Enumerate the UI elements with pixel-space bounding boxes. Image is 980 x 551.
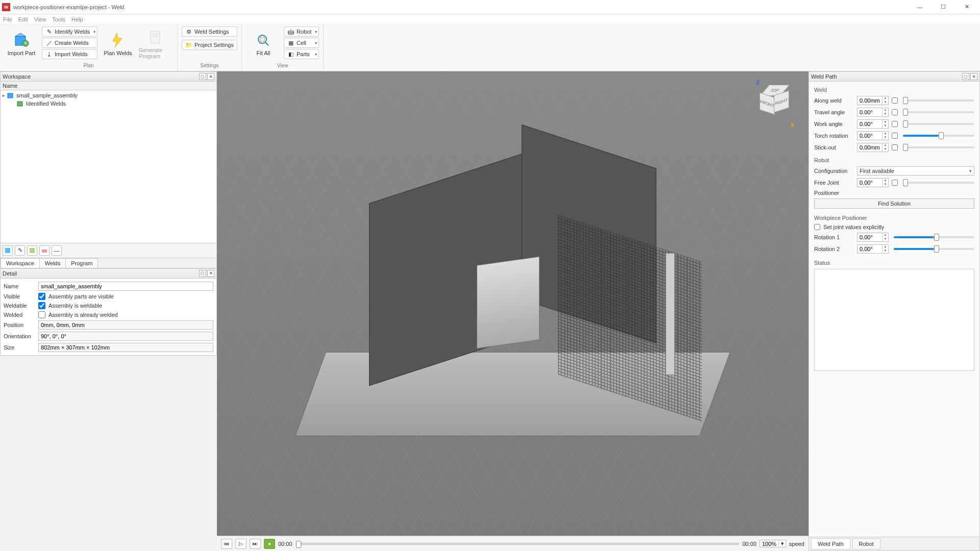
welded-checkbox[interactable] bbox=[38, 311, 45, 318]
panel-dock-button[interactable]: ▢ bbox=[199, 73, 206, 80]
rotation-1-label: Rotation 1 bbox=[814, 234, 854, 240]
skip-end-button[interactable]: ⏭ bbox=[250, 539, 261, 549]
viewport-3d[interactable]: z x TOP FRONT RIGHT bbox=[217, 71, 808, 536]
torch-rotation-input[interactable]: ▲▼ bbox=[857, 131, 889, 140]
work-angle-slider[interactable] bbox=[903, 123, 974, 125]
generate-program-button[interactable]: Generate Program bbox=[138, 27, 173, 61]
panel-close-button[interactable]: ✕ bbox=[207, 73, 214, 80]
stick-out-input[interactable]: ▲▼ bbox=[857, 143, 889, 152]
view-parts-button[interactable]: ◧ Parts bbox=[284, 49, 319, 59]
welded-text: Assembly is already welded bbox=[48, 312, 118, 318]
plan-group-label: Plan bbox=[4, 63, 173, 70]
plan-welds-button[interactable]: Plan Welds bbox=[101, 27, 135, 61]
tab-workspace[interactable]: Workspace bbox=[1, 258, 40, 268]
tool-button-3[interactable] bbox=[27, 245, 37, 256]
weldable-checkbox[interactable] bbox=[38, 302, 45, 309]
workspace-column-name[interactable]: Name bbox=[1, 82, 216, 90]
detail-close-button[interactable]: ✕ bbox=[207, 270, 214, 277]
menu-edit[interactable]: Edit bbox=[18, 16, 28, 22]
travel-angle-slider[interactable] bbox=[903, 111, 974, 113]
menu-help[interactable]: Help bbox=[71, 16, 83, 22]
view-robot-button[interactable]: 🤖 Robot bbox=[284, 27, 319, 37]
travel-angle-check[interactable] bbox=[892, 109, 898, 115]
import-part-button[interactable]: + Import Part bbox=[4, 27, 39, 61]
orientation-input[interactable] bbox=[38, 332, 213, 341]
set-explicit-check[interactable] bbox=[814, 224, 820, 230]
tool-button-1[interactable] bbox=[3, 245, 13, 256]
set-explicit-label: Set joint values explicitly bbox=[823, 224, 884, 230]
rotation-2-input[interactable]: ▲▼ bbox=[857, 244, 889, 254]
close-button[interactable]: ✕ bbox=[955, 1, 978, 13]
position-label: Position bbox=[4, 322, 35, 328]
tool-button-4[interactable] bbox=[39, 245, 50, 256]
rotation-1-input[interactable]: ▲▼ bbox=[857, 233, 889, 242]
workspace-tree[interactable]: ▸ small_sample_assembly Identified Welds bbox=[1, 90, 216, 109]
svg-line-9 bbox=[265, 42, 268, 45]
tree-item-identified-welds[interactable]: Identified Welds bbox=[3, 99, 214, 108]
zoom-select[interactable]: ▾ bbox=[760, 540, 786, 547]
detail-dock-button[interactable]: ▢ bbox=[199, 270, 206, 277]
folder-gear-icon: 📁 bbox=[185, 41, 192, 48]
visible-label: Visible bbox=[4, 293, 35, 299]
work-angle-label: Work angle bbox=[814, 121, 854, 127]
weldpath-close-button[interactable]: ✕ bbox=[970, 73, 977, 80]
stick-out-slider[interactable] bbox=[903, 146, 974, 148]
identify-welds-button[interactable]: ✎ Identify Welds bbox=[42, 27, 97, 37]
rotation-1-slider[interactable] bbox=[894, 236, 974, 238]
view-cube[interactable]: z x TOP FRONT RIGHT bbox=[752, 81, 793, 127]
tab-weld-path[interactable]: Weld Path bbox=[811, 538, 850, 549]
travel-angle-input[interactable]: ▲▼ bbox=[857, 108, 889, 117]
maximize-button[interactable]: ☐ bbox=[932, 1, 954, 13]
tree-item-assembly[interactable]: ▸ small_sample_assembly bbox=[3, 91, 214, 99]
torch-rotation-check[interactable] bbox=[892, 133, 898, 139]
configuration-dropdown[interactable]: First available bbox=[857, 166, 974, 176]
minimize-button[interactable]: — bbox=[909, 1, 931, 13]
menu-tools[interactable]: Tools bbox=[52, 16, 65, 22]
tool-button-2[interactable]: ✎ bbox=[15, 245, 25, 256]
menu-file[interactable]: File bbox=[3, 16, 12, 22]
tool-button-5[interactable]: — bbox=[52, 245, 62, 256]
fit-all-button[interactable]: Fit All bbox=[246, 27, 281, 61]
menu-view[interactable]: View bbox=[34, 16, 46, 22]
tab-welds[interactable]: Welds bbox=[39, 258, 66, 268]
zoom-dropdown-icon[interactable]: ▾ bbox=[778, 540, 786, 547]
view-cell-button[interactable]: ▦ Cell bbox=[284, 38, 319, 48]
import-welds-button[interactable]: ⭳ Import Welds bbox=[42, 49, 97, 59]
timeline-slider[interactable] bbox=[296, 543, 740, 545]
skip-start-button[interactable]: ⏮ bbox=[221, 539, 232, 549]
work-angle-check[interactable] bbox=[892, 121, 898, 127]
expand-icon[interactable]: ▸ bbox=[3, 93, 5, 98]
tab-robot[interactable]: Robot bbox=[852, 538, 880, 549]
document-icon bbox=[148, 29, 164, 45]
along-weld-input[interactable]: ▲▼ bbox=[857, 96, 889, 105]
torch-rotation-slider[interactable] bbox=[903, 135, 974, 137]
weld-settings-button[interactable]: ⚙ Weld Settings bbox=[182, 27, 237, 37]
name-input[interactable] bbox=[38, 282, 213, 291]
wand-icon: ✎ bbox=[45, 28, 53, 35]
free-joint-check[interactable] bbox=[892, 180, 898, 186]
svg-rect-13 bbox=[5, 248, 10, 253]
free-joint-slider[interactable] bbox=[903, 182, 974, 184]
along-weld-slider[interactable] bbox=[903, 99, 974, 102]
stick-out-check[interactable] bbox=[892, 144, 898, 151]
free-joint-input[interactable]: ▲▼ bbox=[857, 178, 889, 187]
position-input[interactable] bbox=[38, 320, 213, 330]
weldpath-dock-button[interactable]: ▢ bbox=[962, 73, 969, 80]
time-end: 00:00 bbox=[742, 541, 756, 547]
visible-checkbox[interactable] bbox=[38, 293, 45, 300]
create-welds-button[interactable]: ／ Create Welds bbox=[42, 38, 97, 48]
play-button[interactable]: ▷ bbox=[235, 539, 247, 549]
tab-program[interactable]: Program bbox=[65, 258, 98, 268]
along-weld-check[interactable] bbox=[892, 97, 898, 104]
play-bar: ⏮ ▷ ⏭ ● 00:00 00:00 ▾ speed bbox=[217, 536, 808, 551]
size-input[interactable] bbox=[38, 343, 213, 352]
project-settings-button[interactable]: 📁 Project Settings bbox=[182, 40, 237, 50]
find-solution-button[interactable]: Find Solution bbox=[814, 198, 974, 209]
svg-rect-15 bbox=[42, 249, 47, 253]
welded-label: Welded bbox=[4, 312, 35, 318]
work-angle-input[interactable]: ▲▼ bbox=[857, 119, 889, 129]
rotation-2-slider[interactable] bbox=[894, 248, 974, 250]
visible-text: Assembly parts are visible bbox=[48, 293, 114, 299]
record-button[interactable]: ● bbox=[264, 539, 275, 549]
zoom-value[interactable] bbox=[760, 541, 778, 547]
